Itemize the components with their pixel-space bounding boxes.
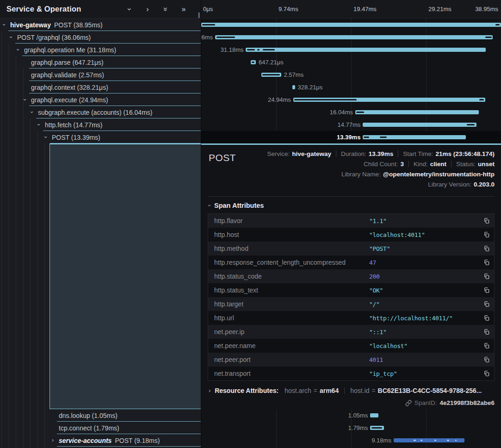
copy-icon[interactable] bbox=[483, 231, 490, 238]
child-span-marker bbox=[263, 49, 275, 50]
span-duration-bar[interactable] bbox=[201, 23, 501, 27]
timeline-row[interactable]: 38.95ms bbox=[201, 19, 501, 31]
attribute-value: "OK" bbox=[369, 287, 483, 294]
timeline-row[interactable]: 1.79ms bbox=[201, 422, 501, 434]
chevron-down-icon[interactable]: › bbox=[17, 47, 24, 53]
attribute-key: net.peer.port bbox=[208, 356, 369, 363]
selected-span-highlight-block[interactable] bbox=[49, 143, 201, 409]
collapse-all-icon[interactable]: » bbox=[162, 6, 169, 13]
chevron-down-icon[interactable]: › bbox=[31, 109, 38, 115]
span-tree-row[interactable]: graphql.validate (2.57ms) bbox=[0, 68, 201, 81]
meta-divider bbox=[336, 150, 336, 157]
span-duration-bar[interactable] bbox=[246, 48, 486, 52]
meta-divider bbox=[408, 161, 409, 167]
span-operation-label: http.fetch (14.77ms) bbox=[45, 121, 103, 129]
chevron-down-icon[interactable]: › bbox=[10, 34, 17, 40]
resource-key: host.id bbox=[350, 387, 369, 394]
timeline-row[interactable]: 1.05ms bbox=[201, 409, 501, 422]
chevron-right-icon[interactable]: › bbox=[209, 387, 210, 394]
span-duration-bar[interactable] bbox=[293, 98, 485, 102]
span-duration-bar[interactable] bbox=[363, 123, 476, 127]
timeline-row[interactable]: 328.21μs bbox=[201, 81, 501, 93]
span-tree-row[interactable]: tcp.connect (1.79ms) bbox=[0, 422, 201, 434]
span-tree-row[interactable]: ›graphql.operation Me (31.18ms) bbox=[0, 44, 201, 56]
copy-icon[interactable] bbox=[483, 287, 490, 293]
span-tree-row[interactable]: ›graphql.execute (24.94ms) bbox=[0, 93, 201, 106]
span-duration-bar[interactable] bbox=[394, 438, 464, 442]
timeline-row[interactable]: 14.77ms bbox=[201, 118, 501, 131]
span-tree-row[interactable]: graphql.parse (647.21μs) bbox=[0, 56, 201, 68]
timeline-row[interactable]: 9.18ms bbox=[201, 434, 501, 447]
chevron-down-icon[interactable]: › bbox=[3, 22, 10, 28]
copy-icon[interactable] bbox=[483, 245, 490, 252]
span-tree-row[interactable]: graphql.context (328.21μs) bbox=[0, 81, 201, 93]
span-duration-label: 328.21μs bbox=[298, 84, 323, 91]
span-duration-bar[interactable] bbox=[292, 85, 295, 89]
copy-icon[interactable] bbox=[483, 259, 490, 266]
meta-label: Status: bbox=[456, 161, 476, 168]
attribute-value: "::1" bbox=[369, 329, 483, 336]
meta-value: 0.203.0 bbox=[474, 181, 495, 188]
span-attributes-title: Span Attributes bbox=[214, 202, 264, 209]
span-duration-bar[interactable] bbox=[215, 35, 493, 39]
span-tree-row[interactable]: ›http.fetch (14.77ms) bbox=[0, 118, 201, 131]
child-span-marker bbox=[371, 427, 382, 429]
timeline-tick-label: 9.74ms bbox=[278, 6, 298, 12]
span-duration-bar[interactable] bbox=[363, 135, 466, 139]
attribute-key: http.status_code bbox=[208, 273, 369, 280]
resource-attributes-title[interactable]: Resource Attributes: bbox=[215, 387, 278, 394]
attribute-value: "POST" bbox=[369, 245, 483, 252]
timeline-row[interactable]: 16.04ms bbox=[201, 106, 501, 118]
attribute-key: http.host bbox=[208, 231, 369, 238]
span-service-name: service-accounts bbox=[59, 437, 111, 444]
span-tree-row[interactable]: ›POST /graphql (36.06ms) bbox=[0, 31, 201, 44]
timeline-row[interactable]: 2.57ms bbox=[201, 68, 501, 81]
child-span-marker bbox=[467, 124, 475, 125]
timeline-row[interactable]: 24.94ms bbox=[201, 93, 501, 106]
span-tree-row[interactable]: ›hive-gatewayPOST (38.95ms) bbox=[0, 19, 201, 31]
timeline-row[interactable]: 647.21μs bbox=[201, 56, 501, 68]
span-tree-row[interactable]: ›subgraph.execute (accounts) (16.04ms) bbox=[0, 106, 201, 118]
copy-icon[interactable] bbox=[483, 370, 490, 377]
span-tree-top: ›hive-gatewayPOST (38.95ms)›POST /graphq… bbox=[0, 19, 201, 143]
span-duration-bar[interactable] bbox=[370, 426, 384, 430]
attribute-key: http.method bbox=[208, 245, 369, 252]
span-attributes-toggle[interactable]: › Span Attributes bbox=[209, 202, 495, 209]
attribute-row: net.transport"ip_tcp" bbox=[208, 367, 494, 380]
span-duration-bar[interactable] bbox=[370, 413, 378, 417]
chevron-down-icon[interactable]: › bbox=[45, 134, 52, 140]
copy-icon[interactable] bbox=[483, 329, 490, 335]
copy-icon[interactable] bbox=[483, 273, 490, 280]
chevron-down-icon[interactable]: › bbox=[38, 122, 45, 128]
row-separator bbox=[57, 446, 201, 447]
timeline-row[interactable]: 36.06ms bbox=[201, 31, 501, 44]
meta-divider bbox=[398, 150, 398, 157]
link-icon[interactable] bbox=[405, 400, 412, 406]
child-span-marker bbox=[247, 49, 255, 50]
span-duration-bar[interactable] bbox=[261, 73, 281, 77]
timeline-row[interactable]: 13.39ms bbox=[201, 131, 501, 143]
child-span-marker bbox=[485, 37, 492, 38]
span-tree-row[interactable]: dns.lookup (1.05ms) bbox=[0, 409, 201, 422]
attribute-key: net.peer.name bbox=[208, 342, 369, 349]
span-tree-row[interactable]: ›service-accountsPOST (9.18ms) bbox=[0, 434, 201, 447]
copy-icon[interactable] bbox=[483, 342, 490, 349]
copy-icon[interactable] bbox=[483, 301, 490, 307]
copy-icon[interactable] bbox=[483, 218, 490, 224]
panel-resize-handle[interactable]: ∥ bbox=[198, 12, 200, 18]
expand-all-icon[interactable]: » bbox=[180, 6, 187, 13]
collapse-one-icon[interactable]: › bbox=[126, 6, 133, 13]
span-duration-bar[interactable] bbox=[251, 60, 256, 64]
span-duration-bar[interactable] bbox=[355, 110, 479, 114]
copy-icon[interactable] bbox=[483, 315, 490, 321]
meta-label: Library Name: bbox=[341, 171, 381, 178]
timeline-row[interactable]: 31.18ms bbox=[201, 44, 501, 56]
span-tree-row[interactable]: ›POST (13.39ms) bbox=[0, 131, 201, 143]
copy-icon[interactable] bbox=[483, 356, 490, 363]
expand-one-icon[interactable]: › bbox=[144, 6, 151, 13]
meta-label: Start Time: bbox=[403, 150, 433, 157]
attribute-value: "localhost:4011" bbox=[369, 231, 483, 238]
chevron-right-icon[interactable]: › bbox=[52, 437, 59, 443]
chevron-down-icon[interactable]: › bbox=[24, 97, 31, 103]
child-span-marker bbox=[447, 440, 449, 441]
